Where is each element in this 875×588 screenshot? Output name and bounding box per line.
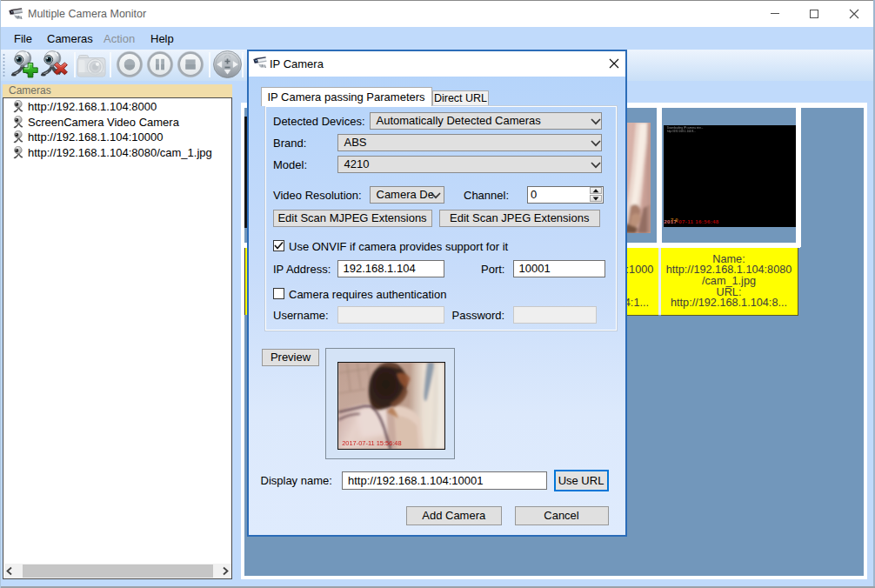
- svg-text:2017-07-11 15:56:48: 2017-07-11 15:56:48: [342, 438, 402, 446]
